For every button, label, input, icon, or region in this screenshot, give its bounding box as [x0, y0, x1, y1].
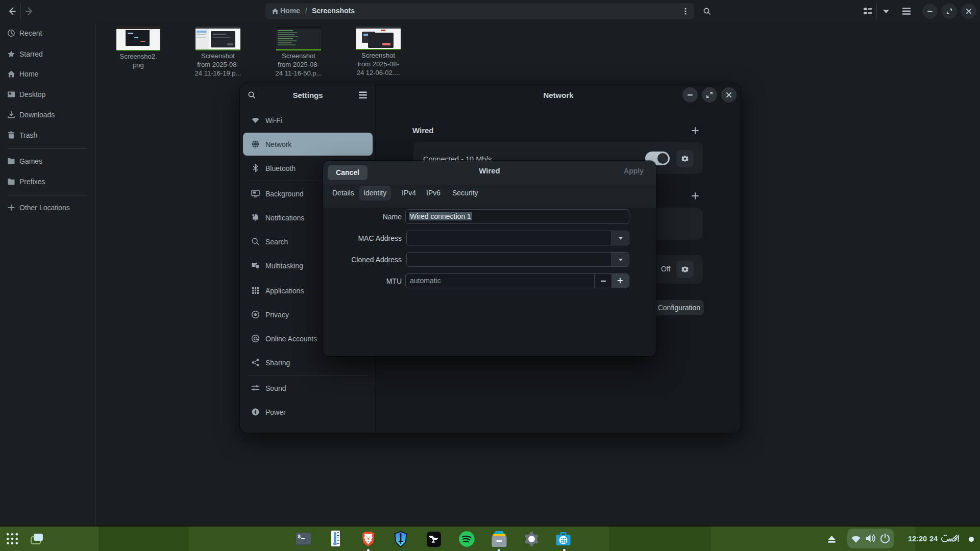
svg-text:$: $: [298, 534, 301, 540]
